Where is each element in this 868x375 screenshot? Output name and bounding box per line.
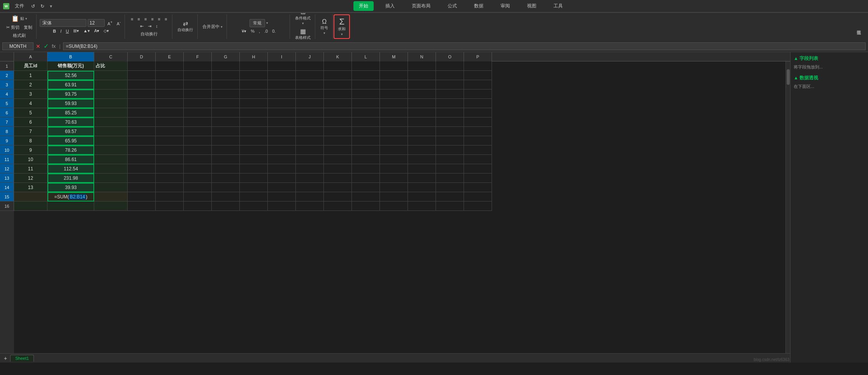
cell-m8[interactable] <box>380 127 408 136</box>
cell-l12[interactable] <box>352 164 380 173</box>
accept-icon[interactable]: ✓ <box>43 42 49 51</box>
col-header-l[interactable]: L <box>352 52 380 61</box>
cell-j1[interactable] <box>296 61 324 71</box>
sheet-tab-1[interactable]: Sheet1 <box>10 355 34 362</box>
row-header-10[interactable]: 10 <box>0 145 14 155</box>
cell-l6[interactable] <box>352 108 380 117</box>
cell-b15[interactable]: =SUM(B2:B14) <box>47 192 94 202</box>
cell-i6[interactable] <box>268 108 296 117</box>
cell-k6[interactable] <box>324 108 352 117</box>
col-header-m[interactable]: M <box>380 52 408 61</box>
cell-f9[interactable] <box>184 136 212 145</box>
cell-k4[interactable] <box>324 89 352 99</box>
cell-f16[interactable] <box>184 202 212 211</box>
cell-j14[interactable] <box>296 183 324 192</box>
cell-e13[interactable] <box>156 173 184 183</box>
indent-decrease[interactable]: ⇤ <box>139 23 145 30</box>
cell-a16[interactable] <box>14 202 47 211</box>
cell-h1[interactable] <box>240 61 268 71</box>
cell-e6[interactable] <box>156 108 184 117</box>
cell-k8[interactable] <box>324 127 352 136</box>
menu-view[interactable]: 视图 <box>522 1 542 11</box>
cell-f7[interactable] <box>184 117 212 127</box>
col-header-g[interactable]: G <box>212 52 240 61</box>
cell-b16[interactable] <box>47 202 94 211</box>
cell-o10[interactable] <box>436 145 464 155</box>
cell-b9[interactable]: 65.95 <box>47 136 94 145</box>
cell-c4[interactable] <box>94 89 128 99</box>
cell-g8[interactable] <box>212 127 240 136</box>
add-sheet-button[interactable]: + <box>2 355 9 361</box>
cell-c2[interactable] <box>94 71 128 80</box>
cell-m6[interactable] <box>380 108 408 117</box>
cell-f6[interactable] <box>184 108 212 117</box>
cell-f15[interactable] <box>184 192 212 202</box>
cell-m5[interactable] <box>380 99 408 108</box>
cell-p12[interactable] <box>464 164 492 173</box>
cell-m13[interactable] <box>380 173 408 183</box>
row-header-3[interactable]: 3 <box>0 80 14 89</box>
cell-h5[interactable] <box>240 99 268 108</box>
cell-d13[interactable] <box>128 173 156 183</box>
cell-f10[interactable] <box>184 145 212 155</box>
cell-b2[interactable]: 52.56 <box>47 71 94 80</box>
cell-e2[interactable] <box>156 71 184 80</box>
cell-p2[interactable] <box>464 71 492 80</box>
cell-h12[interactable] <box>240 164 268 173</box>
indent-increase[interactable]: ⇥ <box>146 23 153 30</box>
col-header-p[interactable]: P <box>464 52 492 61</box>
cell-m12[interactable] <box>380 164 408 173</box>
number-format-box[interactable]: 常规 <box>250 19 265 27</box>
cell-a1[interactable]: 员工id <box>14 61 47 71</box>
cell-c16[interactable] <box>94 202 128 211</box>
cell-n8[interactable] <box>408 127 436 136</box>
cell-k5[interactable] <box>324 99 352 108</box>
cell-l2[interactable] <box>352 71 380 80</box>
cell-g13[interactable] <box>212 173 240 183</box>
data-panel-label[interactable]: 数据透视 <box>854 26 863 28</box>
fill-color-button[interactable]: ▲▾ <box>82 28 91 34</box>
cell-d3[interactable] <box>128 80 156 89</box>
cell-b8[interactable]: 69.57 <box>47 127 94 136</box>
col-header-f[interactable]: F <box>184 52 212 61</box>
cell-f12[interactable] <box>184 164 212 173</box>
cell-g14[interactable] <box>212 183 240 192</box>
cell-h11[interactable] <box>240 155 268 164</box>
cell-n13[interactable] <box>408 173 436 183</box>
vertical-scrollbar[interactable] <box>785 61 790 353</box>
cell-g12[interactable] <box>212 164 240 173</box>
cell-k7[interactable] <box>324 117 352 127</box>
wrap-text-button[interactable]: 自动换行 <box>139 30 159 38</box>
cell-l5[interactable] <box>352 99 380 108</box>
cancel-icon[interactable]: ✕ <box>35 42 41 50</box>
align-top-center[interactable]: ≡ <box>136 16 141 22</box>
col-header-k[interactable]: K <box>324 52 352 61</box>
cell-h6[interactable] <box>240 108 268 117</box>
cell-m10[interactable] <box>380 145 408 155</box>
cell-o6[interactable] <box>436 108 464 117</box>
cell-d9[interactable] <box>128 136 156 145</box>
cell-b10[interactable]: 78.26 <box>47 145 94 155</box>
cell-a9[interactable]: 8 <box>14 136 47 145</box>
cell-f1[interactable] <box>184 61 212 71</box>
cell-p6[interactable] <box>464 108 492 117</box>
cell-n9[interactable] <box>408 136 436 145</box>
cell-k15[interactable] <box>324 192 352 202</box>
cell-b7[interactable]: 70.63 <box>47 117 94 127</box>
cell-l1[interactable] <box>352 61 380 71</box>
menu-insert[interactable]: 插入 <box>380 1 400 11</box>
qs-icon[interactable]: ▾ <box>48 3 54 10</box>
cell-c12[interactable] <box>94 164 128 173</box>
format-painter-button[interactable]: 格式刷 <box>11 32 27 39</box>
cell-j4[interactable] <box>296 89 324 99</box>
align-top-right[interactable]: ≡ <box>143 16 148 22</box>
cell-g4[interactable] <box>212 89 240 99</box>
cell-k1[interactable] <box>324 61 352 71</box>
formula-input[interactable] <box>63 42 866 50</box>
cell-d6[interactable] <box>128 108 156 117</box>
cell-d4[interactable] <box>128 89 156 99</box>
cell-j9[interactable] <box>296 136 324 145</box>
undo-btn[interactable]: ↺ <box>30 3 37 10</box>
cell-l16[interactable] <box>352 202 380 211</box>
cell-p10[interactable] <box>464 145 492 155</box>
